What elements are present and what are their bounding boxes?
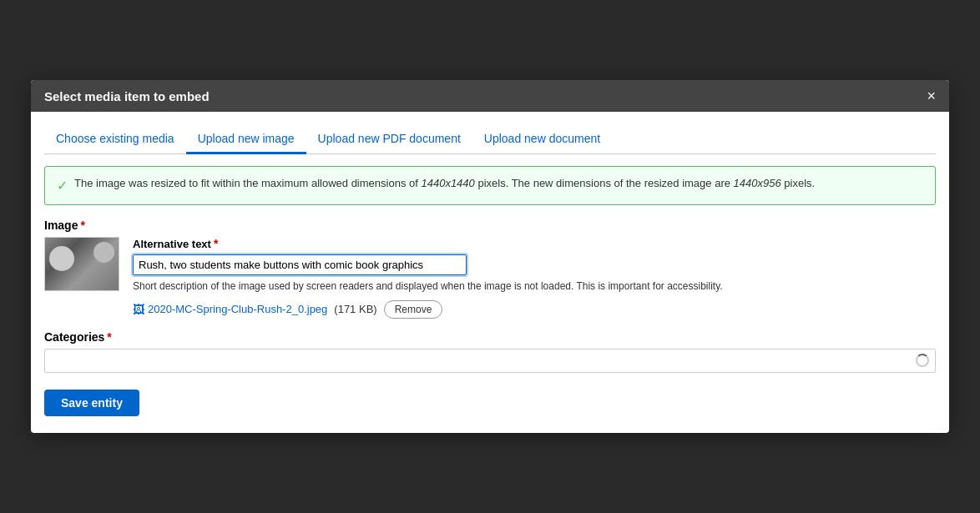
file-name: 2020-MC-Spring-Club-Rush-2_0.jpeg bbox=[148, 303, 327, 315]
image-required-marker: * bbox=[80, 219, 84, 232]
image-row: Alternative text * Short description of … bbox=[44, 237, 936, 319]
alert-message: The image was resized to fit within the … bbox=[74, 175, 815, 192]
file-size: (171 KB) bbox=[334, 303, 376, 315]
modal-close-button[interactable]: × bbox=[927, 88, 936, 103]
modal-body: Choose existing media Upload new image U… bbox=[31, 112, 949, 433]
tab-upload-pdf[interactable]: Upload new PDF document bbox=[306, 125, 472, 154]
tab-upload-image[interactable]: Upload new image bbox=[186, 125, 306, 154]
image-field-label: Image * bbox=[44, 219, 936, 232]
save-entity-button[interactable]: Save entity bbox=[44, 390, 139, 416]
modal: Select media item to embed × Choose exis… bbox=[31, 80, 949, 433]
categories-section: Categories * bbox=[44, 330, 936, 373]
alt-text-hint: Short description of the image used by s… bbox=[133, 279, 784, 294]
categories-input-wrapper bbox=[44, 349, 936, 373]
file-icon: 🖼 bbox=[133, 303, 144, 316]
categories-input[interactable] bbox=[44, 349, 936, 373]
file-info: 🖼 2020-MC-Spring-Club-Rush-2_0.jpeg (171… bbox=[133, 300, 936, 319]
success-alert: ✓ The image was resized to fit within th… bbox=[44, 166, 936, 205]
categories-label: Categories * bbox=[44, 330, 936, 344]
file-link[interactable]: 🖼 2020-MC-Spring-Club-Rush-2_0.jpeg bbox=[133, 303, 327, 316]
alt-text-required-marker: * bbox=[214, 237, 218, 250]
alt-text-input[interactable] bbox=[133, 254, 467, 275]
modal-overlay: Select media item to embed × Choose exis… bbox=[0, 0, 980, 513]
remove-button[interactable]: Remove bbox=[384, 300, 443, 319]
image-details: Alternative text * Short description of … bbox=[133, 237, 936, 319]
tab-upload-document[interactable]: Upload new document bbox=[472, 125, 612, 154]
tabs-container: Choose existing media Upload new image U… bbox=[44, 125, 936, 154]
modal-title: Select media item to embed bbox=[44, 89, 210, 103]
modal-header: Select media item to embed × bbox=[31, 80, 949, 112]
checkmark-icon: ✓ bbox=[57, 176, 68, 196]
thumbnail-preview bbox=[45, 238, 119, 290]
tab-existing-media[interactable]: Choose existing media bbox=[44, 125, 186, 154]
categories-spinner-icon bbox=[916, 354, 929, 367]
image-thumbnail bbox=[44, 237, 119, 291]
categories-required-marker: * bbox=[107, 330, 111, 344]
alt-text-label: Alternative text * bbox=[133, 237, 936, 250]
image-field-section: Image * Alternative text * Short descrip… bbox=[44, 219, 936, 319]
